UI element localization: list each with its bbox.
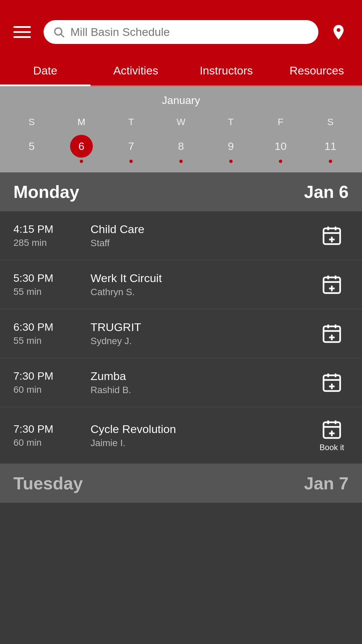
- calendar-add-icon: [321, 419, 343, 441]
- schedule-item: 7:30 PM 60 min Cycle Revolution Jaimie I…: [0, 407, 362, 464]
- tab-activities[interactable]: Activities: [90, 54, 181, 85]
- calendar-day-7[interactable]: 7: [106, 131, 156, 166]
- activity-block: Zumba Rashid B.: [90, 370, 305, 395]
- instructor-name: Rashid B.: [90, 385, 305, 395]
- selected-day-date: Jan 6: [304, 182, 349, 202]
- selected-day-header: Monday Jan 6: [0, 172, 362, 211]
- add-to-calendar-button[interactable]: [315, 372, 349, 394]
- day-header-sat: S: [305, 113, 355, 131]
- duration-text: 60 min: [13, 384, 80, 395]
- menu-button[interactable]: [13, 22, 34, 42]
- calendar-add-icon: [321, 372, 343, 394]
- svg-point-0: [55, 28, 62, 35]
- next-day-header[interactable]: Tuesday Jan 7: [0, 464, 362, 503]
- time-text: 6:30 PM: [13, 321, 80, 333]
- time-block: 7:30 PM 60 min: [13, 370, 80, 395]
- activity-name: Zumba: [90, 370, 305, 383]
- duration-text: 55 min: [13, 286, 80, 297]
- instructor-name: Cathryn S.: [90, 287, 305, 298]
- location-button[interactable]: [328, 22, 349, 42]
- calendar-month: January: [7, 94, 355, 107]
- activity-name: Child Care: [90, 223, 305, 236]
- event-dot-sat: [329, 160, 332, 163]
- activity-block: Cycle Revolution Jaimie I.: [90, 423, 305, 448]
- event-dot-mon: [80, 160, 83, 163]
- activity-block: Werk It Circuit Cathryn S.: [90, 272, 305, 298]
- calendar-add-icon: [321, 274, 343, 296]
- next-day-date: Jan 7: [304, 473, 349, 493]
- book-it-button[interactable]: Book it: [315, 419, 349, 452]
- calendar-day-10[interactable]: 10: [256, 131, 306, 166]
- event-dot-fri: [279, 160, 282, 163]
- search-bar[interactable]: [44, 20, 318, 44]
- schedule-item: 7:30 PM 60 min Zumba Rashid B.: [0, 358, 362, 407]
- day-header-fri: F: [256, 113, 306, 131]
- instructor-name: Jaimie I.: [90, 438, 305, 448]
- add-to-calendar-button[interactable]: [315, 323, 349, 345]
- calendar-day-5[interactable]: 5: [7, 131, 57, 166]
- calendar-days: 5 6 7 8 9 10 11: [7, 131, 355, 166]
- schedule-item: 5:30 PM 55 min Werk It Circuit Cathryn S…: [0, 260, 362, 309]
- tab-instructors[interactable]: Instructors: [181, 54, 272, 85]
- app-header: [0, 0, 362, 54]
- time-block: 7:30 PM 60 min: [13, 423, 80, 448]
- event-dot-thu: [229, 160, 233, 163]
- duration-text: 285 min: [13, 237, 80, 248]
- activity-name: Cycle Revolution: [90, 423, 305, 436]
- calendar-day-6[interactable]: 6: [57, 131, 107, 166]
- duration-text: 60 min: [13, 437, 80, 448]
- book-it-label: Book it: [319, 443, 344, 452]
- time-text: 5:30 PM: [13, 272, 80, 284]
- calendar: January S M T W T F S 5 6 7 8 9 10: [0, 86, 362, 172]
- event-dot-wed: [179, 160, 183, 163]
- time-block: 4:15 PM 285 min: [13, 223, 80, 248]
- calendar-day-11[interactable]: 11: [305, 131, 355, 166]
- calendar-day-9[interactable]: 9: [206, 131, 256, 166]
- time-block: 5:30 PM 55 min: [13, 272, 80, 297]
- day-header-mon: M: [57, 113, 107, 131]
- schedule-list: 4:15 PM 285 min Child Care Staff 5:30 PM…: [0, 211, 362, 464]
- schedule-item: 6:30 PM 55 min TRUGRIT Sydney J.: [0, 309, 362, 358]
- schedule-item: 4:15 PM 285 min Child Care Staff: [0, 211, 362, 260]
- time-text: 7:30 PM: [13, 423, 80, 435]
- activity-name: TRUGRIT: [90, 321, 305, 334]
- time-text: 7:30 PM: [13, 370, 80, 382]
- activity-block: TRUGRIT Sydney J.: [90, 321, 305, 346]
- tab-date[interactable]: Date: [0, 54, 90, 85]
- calendar-add-icon: [321, 225, 343, 247]
- tab-resources[interactable]: Resources: [272, 54, 362, 85]
- day-header-sun: S: [7, 113, 57, 131]
- event-dot-tue: [129, 160, 133, 163]
- day-header-wed: W: [156, 113, 206, 131]
- calendar-add-icon: [321, 323, 343, 345]
- calendar-day-headers: S M T W T F S: [7, 113, 355, 131]
- time-text: 4:15 PM: [13, 223, 80, 235]
- add-to-calendar-button[interactable]: [315, 225, 349, 247]
- add-to-calendar-button[interactable]: [315, 274, 349, 296]
- day-header-thu: T: [206, 113, 256, 131]
- activity-name: Werk It Circuit: [90, 272, 305, 285]
- calendar-day-8[interactable]: 8: [156, 131, 206, 166]
- day-header-tue: T: [106, 113, 156, 131]
- instructor-name: Staff: [90, 238, 305, 249]
- selected-day-label: Monday: [13, 182, 79, 202]
- tab-bar: Date Activities Instructors Resources: [0, 54, 362, 86]
- svg-line-1: [61, 34, 64, 37]
- next-day-label: Tuesday: [13, 473, 83, 493]
- duration-text: 55 min: [13, 335, 80, 346]
- time-block: 6:30 PM 55 min: [13, 321, 80, 346]
- instructor-name: Sydney J.: [90, 336, 305, 346]
- search-input[interactable]: [70, 25, 309, 39]
- location-pin-icon: [330, 23, 347, 41]
- search-icon: [53, 26, 65, 38]
- activity-block: Child Care Staff: [90, 223, 305, 249]
